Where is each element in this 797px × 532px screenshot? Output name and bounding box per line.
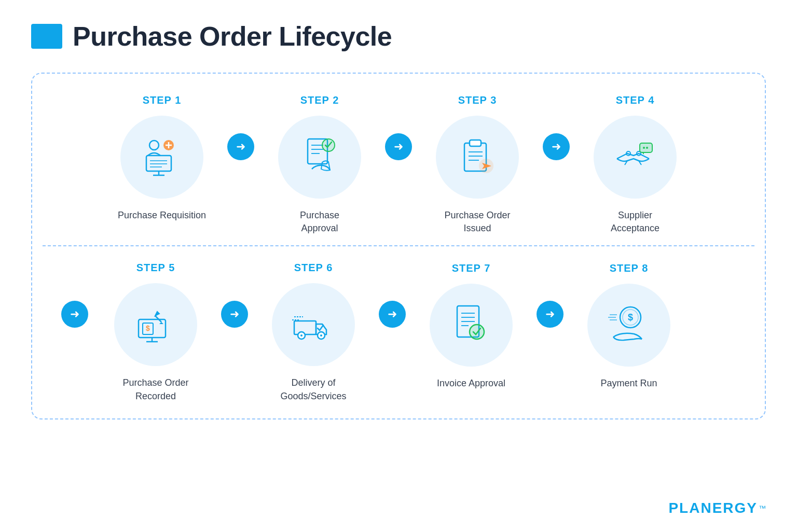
step-2-label: STEP 2: [300, 94, 339, 106]
step-8-name: Payment Run: [600, 377, 657, 403]
svg-point-38: [300, 334, 303, 337]
step-2: STEP 2 PurchaseApproval: [257, 94, 382, 235]
arrow-6-7: ➜: [379, 301, 406, 364]
step-1: STEP 1: [100, 94, 224, 235]
top-row: STEP 1: [43, 79, 754, 245]
step-5-circle: $: [114, 283, 197, 366]
svg-point-29: [646, 147, 648, 149]
step-3-circle: [436, 116, 519, 199]
arrow-btn-2: ➜: [385, 133, 412, 160]
arrow-btn-6: ➜: [379, 301, 406, 328]
step-7-circle: [430, 284, 513, 367]
arrow-3-4: ➜: [543, 133, 570, 197]
step-3: STEP 3 Purchase OrderIssued: [415, 94, 540, 235]
svg-text:$: $: [628, 312, 633, 323]
arrow-right-icon-6: ➜: [388, 309, 397, 320]
step-3-label: STEP 3: [458, 94, 497, 106]
bottom-row: ➜ STEP 5 $ Pu: [43, 246, 754, 413]
step-3-name: Purchase OrderIssued: [444, 209, 510, 235]
lifecycle-diagram: STEP 1: [31, 73, 766, 419]
step-7-name: Invoice Approval: [437, 377, 505, 403]
arrow-btn-5: ➜: [221, 301, 248, 328]
delivery-icon: [290, 301, 337, 348]
step-4-label: STEP 4: [616, 94, 655, 106]
header: Purchase Order Lifecycle: [31, 21, 766, 52]
step-8-circle: $: [587, 284, 670, 367]
arrow-right-icon-2: ➜: [394, 141, 403, 152]
payment-icon: $: [606, 302, 652, 348]
arrow-right-icon-1: ➜: [236, 141, 245, 152]
arrow-btn-7: ➜: [537, 301, 564, 328]
step-4-circle: [594, 116, 677, 199]
step-7: STEP 7 Invoice Approval: [409, 262, 533, 403]
arrow-btn-return: ➜: [61, 301, 88, 328]
svg-rect-0: [146, 156, 171, 171]
step-8-label: STEP 8: [610, 262, 649, 274]
planergy-trademark: ™: [759, 504, 766, 512]
svg-text:$: $: [146, 324, 150, 332]
arrow-2-3: ➜: [385, 133, 412, 197]
arrow-1-2: ➜: [227, 133, 254, 197]
planergy-brand-name: PLANERGY: [668, 500, 758, 516]
step-6-circle: [272, 283, 355, 366]
arrow-7-8: ➜: [537, 301, 564, 364]
step-5: STEP 5 $ Purchase OrderRecorded: [93, 262, 218, 402]
arrow-5-6: ➜: [221, 301, 248, 364]
step-7-label: STEP 7: [452, 262, 491, 274]
arrow-right-icon-7: ➜: [545, 309, 555, 320]
step-6-name: Delivery ofGoods/Services: [280, 376, 346, 402]
step-2-name: PurchaseApproval: [300, 209, 339, 235]
arrow-btn-3: ➜: [543, 133, 570, 160]
header-accent-bar: [31, 24, 62, 49]
page-title: Purchase Order Lifecycle: [73, 21, 392, 52]
svg-point-40: [320, 334, 322, 337]
arrow-return: ➜: [61, 301, 88, 364]
planergy-logo: PLANERGY™: [668, 500, 766, 516]
step-2-circle: [278, 116, 361, 199]
svg-rect-17: [470, 140, 481, 146]
step-5-label: STEP 5: [136, 262, 175, 274]
svg-rect-36: [294, 321, 316, 334]
svg-point-28: [643, 147, 645, 149]
step-6-label: STEP 6: [294, 262, 333, 274]
invoice-icon: [448, 302, 494, 348]
recorded-icon: $: [132, 301, 179, 348]
arrow-right-icon-return: ➜: [70, 309, 79, 320]
arrow-right-icon-5: ➜: [230, 309, 239, 320]
step-1-label: STEP 1: [143, 94, 182, 106]
step-8: STEP 8 $ Payment Run: [567, 262, 691, 403]
step-1-circle: [120, 116, 203, 199]
supplier-icon: [612, 134, 658, 180]
arrow-right-icon-3: ➜: [552, 141, 561, 152]
svg-point-6: [149, 141, 159, 150]
step-6: STEP 6 Delivery ofG: [251, 262, 376, 402]
approval-icon: [296, 134, 343, 180]
step-4-name: SupplierAcceptance: [611, 209, 659, 235]
order-issued-icon: [454, 134, 501, 180]
arrow-btn-1: ➜: [227, 133, 254, 160]
step-4: STEP 4 SupplierAcceptance: [573, 94, 697, 235]
step-5-name: Purchase OrderRecorded: [122, 376, 188, 402]
step-1-name: Purchase Requisition: [118, 209, 206, 235]
requisition-icon: [139, 134, 185, 180]
